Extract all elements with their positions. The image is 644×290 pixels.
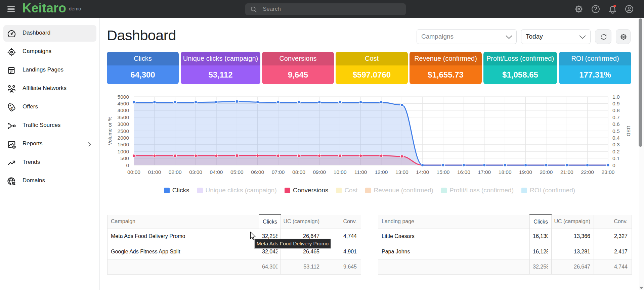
svg-text:0.6: 0.6 bbox=[612, 121, 620, 127]
svg-text:01:00: 01:00 bbox=[148, 169, 161, 175]
svg-text:11:00: 11:00 bbox=[354, 169, 367, 175]
svg-text:USD: USD bbox=[626, 126, 632, 136]
svg-text:15:00: 15:00 bbox=[437, 169, 450, 175]
svg-text:09:00: 09:00 bbox=[313, 169, 326, 175]
svg-text:1500: 1500 bbox=[118, 142, 129, 147]
svg-text:0.4: 0.4 bbox=[612, 135, 620, 141]
svg-text:0.7: 0.7 bbox=[612, 114, 620, 120]
svg-text:12:00: 12:00 bbox=[375, 169, 388, 175]
svg-text:00:00: 00:00 bbox=[127, 169, 140, 175]
svg-text:Volume or %: Volume or % bbox=[107, 116, 113, 145]
svg-text:1.0: 1.0 bbox=[612, 94, 620, 100]
svg-text:2500: 2500 bbox=[118, 128, 129, 134]
svg-text:0.8: 0.8 bbox=[612, 107, 620, 113]
svg-text:17:00: 17:00 bbox=[478, 169, 491, 175]
svg-text:08:00: 08:00 bbox=[292, 169, 305, 175]
svg-text:0: 0 bbox=[126, 162, 129, 168]
svg-text:23:00: 23:00 bbox=[602, 169, 615, 175]
svg-text:3000: 3000 bbox=[118, 121, 129, 127]
svg-text:0: 0 bbox=[612, 162, 615, 168]
svg-text:07:00: 07:00 bbox=[272, 169, 285, 175]
svg-text:18:00: 18:00 bbox=[499, 169, 512, 175]
svg-text:14:00: 14:00 bbox=[416, 169, 429, 175]
svg-text:22:00: 22:00 bbox=[581, 169, 594, 175]
svg-text:13:00: 13:00 bbox=[395, 169, 409, 175]
svg-text:4500: 4500 bbox=[118, 101, 129, 106]
svg-text:0.2: 0.2 bbox=[612, 149, 620, 154]
svg-text:500: 500 bbox=[120, 155, 129, 161]
svg-text:1000: 1000 bbox=[118, 149, 129, 154]
svg-text:4000: 4000 bbox=[118, 107, 129, 113]
svg-text:03:00: 03:00 bbox=[189, 169, 202, 175]
svg-text:0.9: 0.9 bbox=[612, 101, 620, 106]
svg-text:0.1: 0.1 bbox=[612, 155, 620, 161]
svg-text:05:00: 05:00 bbox=[230, 169, 244, 175]
svg-text:3500: 3500 bbox=[118, 114, 129, 120]
svg-text:20:00: 20:00 bbox=[540, 169, 553, 175]
svg-text:16:00: 16:00 bbox=[457, 169, 470, 175]
svg-text:5000: 5000 bbox=[118, 94, 129, 100]
svg-text:04:00: 04:00 bbox=[210, 169, 223, 175]
svg-text:0.5: 0.5 bbox=[612, 128, 620, 134]
svg-text:2000: 2000 bbox=[118, 135, 129, 141]
svg-text:19:00: 19:00 bbox=[519, 169, 532, 175]
svg-text:21:00: 21:00 bbox=[560, 169, 573, 175]
svg-text:06:00: 06:00 bbox=[251, 169, 264, 175]
svg-text:10:00: 10:00 bbox=[334, 169, 347, 175]
svg-text:0.3: 0.3 bbox=[612, 142, 620, 147]
svg-text:02:00: 02:00 bbox=[169, 169, 182, 175]
